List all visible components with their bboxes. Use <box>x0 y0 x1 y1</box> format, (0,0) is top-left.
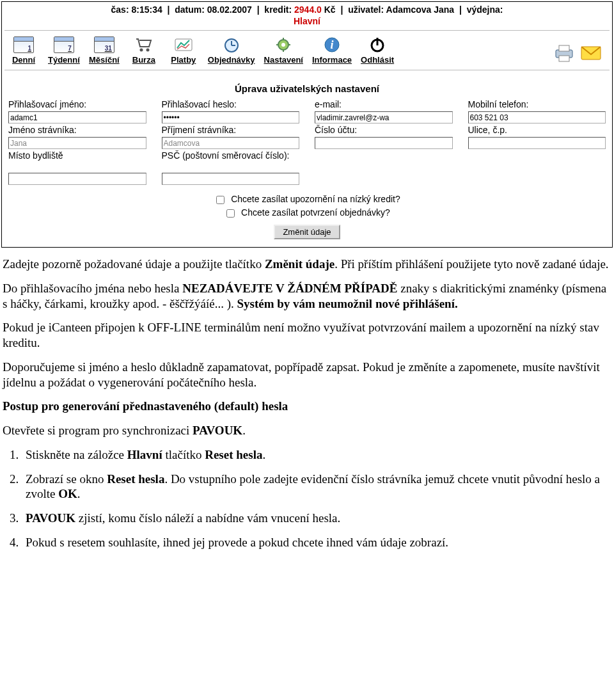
paragraph: Doporučujeme si jméno a heslo důkladně z… <box>3 360 609 390</box>
login-input[interactable] <box>8 111 146 123</box>
surname-label: Příjmení strávníka: <box>162 125 300 136</box>
dispensary-label: výdejna: <box>467 4 503 15</box>
svg-point-0 <box>139 49 143 52</box>
dispensary-value: Hlavní <box>2 16 612 30</box>
nav-label: Platby <box>171 55 196 65</box>
user-label: uživatel: <box>348 4 384 15</box>
account-input[interactable] <box>315 137 453 149</box>
zip-input[interactable] <box>162 173 300 185</box>
city-input[interactable] <box>8 173 146 185</box>
nav-label: Denní <box>12 55 35 65</box>
street-input[interactable] <box>468 137 606 149</box>
divider <box>4 30 610 31</box>
paragraph: Pokud je iCanteen připojen k OFF-LINE te… <box>3 320 609 351</box>
list-item: Stiskněte na záložce Hlavní tlačítko Res… <box>22 447 609 463</box>
mobile-input[interactable] <box>468 111 606 123</box>
nav-label: Burza <box>132 55 155 65</box>
svg-rect-18 <box>559 56 569 61</box>
email-label: e-mail: <box>315 99 453 111</box>
clock-icon <box>221 36 242 54</box>
nav-label: Informace <box>312 55 352 65</box>
email-input[interactable] <box>315 111 453 123</box>
account-label: Číslo účtu: <box>315 125 453 136</box>
print-icon[interactable] <box>553 44 575 65</box>
divider <box>4 70 610 70</box>
svg-point-1 <box>146 49 149 52</box>
gear-icon <box>272 36 294 54</box>
nav-burza[interactable]: Burza <box>129 36 159 65</box>
nav-label: Týdenní <box>48 55 80 65</box>
ordered-list: Stiskněte na záložce Hlavní tlačítko Res… <box>19 447 609 550</box>
svg-text:i: i <box>331 38 334 51</box>
date-value: 08.02.2007 <box>207 4 252 15</box>
calendar-month-icon: 31 <box>93 36 115 54</box>
mail-icon[interactable] <box>580 45 602 63</box>
password-input[interactable] <box>162 111 300 123</box>
list-item: Pokud s resetem souhlasíte, ihned jej pr… <box>22 535 609 550</box>
nav-informace[interactable]: i Informace <box>312 36 352 65</box>
paragraph: Do přihlašovacího jména nebo hesla NEZAD… <box>3 281 609 312</box>
surname-input <box>162 137 300 149</box>
cart-icon <box>133 36 155 54</box>
zip-label: PSČ (poštovní směrovací číslo): <box>162 150 300 172</box>
confirm-order-label: Chcete zasílat potvrzení objednávky? <box>241 207 390 218</box>
user-value: Adamcova Jana <box>386 4 455 15</box>
svg-rect-17 <box>559 45 569 51</box>
calendar-week-icon: 7 <box>53 36 75 54</box>
nav-label: Odhlásit <box>361 55 394 65</box>
mobile-label: Mobilní telefon: <box>468 99 606 111</box>
date-label: datum: <box>175 4 205 15</box>
credit-value: 2944.0 <box>294 4 322 15</box>
nav-label: Nastavení <box>264 55 303 65</box>
credit-label: kredit: <box>264 4 292 15</box>
list-item: Zobrazí se okno Reset hesla. Do vstupníh… <box>22 472 609 502</box>
confirm-order-checkbox[interactable] <box>226 209 235 218</box>
form-title: Úprava uživatelských nastavení <box>8 83 606 94</box>
svg-point-7 <box>281 43 285 47</box>
time-label: čas: <box>111 4 129 15</box>
street-label: Ulice, č.p. <box>468 125 606 136</box>
toolbar: 1 Denní 7 Týdenní 31 Měsíční Burza Platb… <box>2 33 612 70</box>
firstname-input <box>8 137 146 149</box>
document-body: Zadejte pozorně požadované údaje a použi… <box>0 249 611 550</box>
nav-objednavky[interactable]: Objednávky <box>208 36 255 65</box>
credit-unit: Kč <box>324 4 336 15</box>
nav-label: Měsíční <box>89 55 120 65</box>
settings-form: Úprava uživatelských nastavení Přihlašov… <box>2 73 612 247</box>
login-label: Přihlašovací jméno: <box>8 99 146 111</box>
nav-label: Objednávky <box>208 55 255 65</box>
low-credit-checkbox[interactable] <box>216 196 224 204</box>
nav-mesicni[interactable]: 31 Měsíční <box>89 36 120 65</box>
firstname-label: Jméno strávníka: <box>8 125 146 136</box>
list-item: PAVOUK zjistí, komu číslo náleží a nabíd… <box>22 511 609 526</box>
low-credit-label: Chcete zasílat upozornění na nízký kredi… <box>231 194 400 204</box>
heading: Postup pro generování přednastaveného (d… <box>3 399 609 414</box>
nav-platby[interactable]: Platby <box>168 36 199 65</box>
submit-button[interactable]: Změnit údaje <box>274 225 340 239</box>
paragraph: Zadejte pozorně požadované údaje a použi… <box>3 257 609 272</box>
app-screenshot: čas: 8:15:34 | datum: 08.02.2007 | kredi… <box>1 1 613 248</box>
time-value: 8:15:34 <box>131 4 162 15</box>
status-bar: čas: 8:15:34 | datum: 08.02.2007 | kredi… <box>2 2 612 16</box>
city-label: Místo bydliště <box>8 150 146 172</box>
power-icon <box>366 36 388 54</box>
nav-tydenni[interactable]: 7 Týdenní <box>48 36 80 65</box>
paragraph: Otevřete si program pro synchronizaci PA… <box>3 423 609 438</box>
nav-odhlasit[interactable]: Odhlásit <box>361 36 394 65</box>
chart-icon <box>173 36 194 54</box>
password-label: Přihlašovací heslo: <box>162 99 300 111</box>
nav-nastaveni[interactable]: Nastavení <box>264 36 303 65</box>
info-icon: i <box>321 36 343 54</box>
calendar-day-icon: 1 <box>13 36 35 54</box>
nav-denni[interactable]: 1 Denní <box>8 36 39 65</box>
